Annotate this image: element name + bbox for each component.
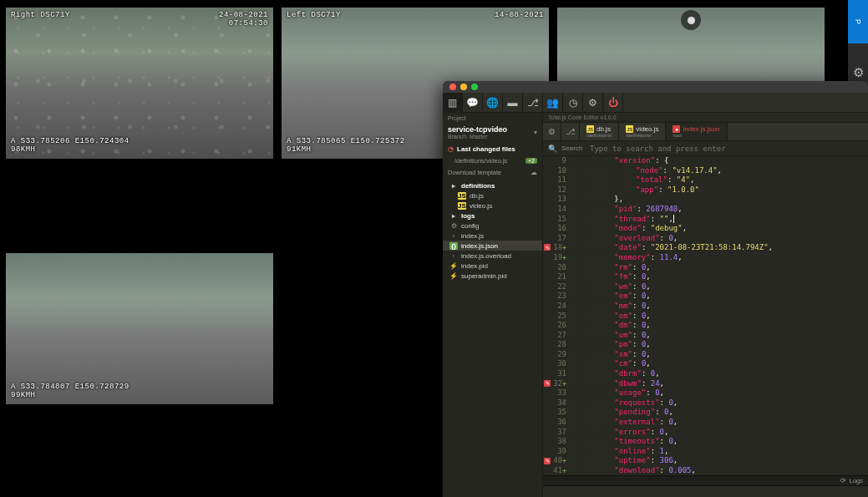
logs-link[interactable]: Logs — [850, 477, 863, 484]
folder-logs[interactable]: ▸logs — [443, 210, 542, 221]
gear-icon[interactable]: ⚙ — [853, 65, 864, 80]
cam-datetime: 14-08-2021 — [495, 11, 544, 19]
cam-label: Right DSC71Y — [11, 11, 70, 19]
line-gutter: 9101112131415161718+19+20212223242526272… — [551, 156, 570, 475]
clock-icon: ◔ — [448, 145, 454, 153]
project-name: service-tcpvideo — [448, 125, 507, 134]
file-video.js[interactable]: JSvideo.js — [443, 200, 542, 210]
file-config[interactable]: ⚙config — [443, 221, 542, 231]
folder-icon: ▸ — [449, 212, 458, 220]
status-bar: ⟳ Logs — [543, 475, 868, 485]
tree-item-label: index.pid — [461, 262, 488, 270]
file-path: /definitions/video.js — [454, 157, 507, 165]
tab-sublabel: root — [673, 133, 719, 138]
last-changed-header[interactable]: ◔ Last changed files — [443, 143, 542, 155]
tab-bar: ⚙ ⎇ JSdb.js/definitions/JSvideo.js/defin… — [543, 123, 868, 141]
file-index.js.json[interactable]: {}index.js.json — [443, 241, 542, 251]
chat-icon[interactable]: 💬 — [463, 93, 483, 113]
settings-icon[interactable]: ⚙ — [583, 93, 603, 113]
tab-db.js[interactable]: JSdb.js/definitions/ — [580, 123, 619, 140]
cam-label: Left DSC71Y — [287, 11, 341, 19]
tree-item-label: db.js — [470, 192, 484, 200]
tree-item-label: config — [461, 222, 479, 230]
js-icon: JS — [626, 125, 633, 133]
file-index.js.overload[interactable]: ▫index.js.overload — [443, 251, 542, 261]
cam-datetime: 24-08-2021 07:54:30 — [219, 11, 268, 28]
book-icon[interactable]: ▬ — [503, 93, 523, 113]
sidebar: Project service-tcpvideo Branch: Master … — [443, 113, 543, 497]
project-header[interactable]: service-tcpvideo Branch: Master ▾ — [443, 122, 542, 143]
editor-main: Total.js Code Editor v1.6.0 ⚙ ⎇ JSdb.js/… — [543, 113, 868, 497]
diff-badge: +2 — [525, 158, 537, 164]
file-superadmin.pid[interactable]: ⚡superadmin.pid — [443, 271, 542, 281]
modified-icon: ● — [673, 125, 680, 133]
js-icon: JS — [458, 192, 466, 200]
bolt-icon: ⚡ — [449, 262, 458, 270]
record-icon[interactable] — [681, 10, 701, 30]
search-bar: 🔍 Search — [543, 141, 868, 156]
window-titlebar[interactable] — [443, 81, 868, 93]
clock-icon[interactable]: ◷ — [563, 93, 583, 113]
cam-coords: A S33.784807 E150.728729 99KMH — [11, 383, 129, 399]
folder-definitions[interactable]: ▸definitions — [443, 180, 542, 190]
js-icon: JS — [586, 125, 594, 133]
last-changed-file[interactable]: /definitions/video.js +2 — [443, 155, 542, 166]
brand-text: Total.js Code Editor v1.6.0 — [548, 114, 617, 120]
js-icon: JS — [458, 202, 466, 210]
tree-item-label: superadmin.pid — [461, 272, 507, 280]
folder-icon: ▸ — [449, 182, 458, 190]
users-icon[interactable]: 👥 — [543, 93, 563, 113]
editor-window: ▥ 💬 🌐 ▬ ⎇ 👥 ◷ ⚙ ⏻ Project service-tcpvid… — [443, 81, 868, 497]
minimize-icon[interactable] — [460, 84, 467, 90]
change-marker[interactable]: ✎ — [544, 380, 551, 387]
code-area[interactable]: ✎✎✎ 9101112131415161718+19+2021222324252… — [543, 156, 868, 475]
search-input[interactable] — [590, 145, 868, 153]
branch-label: Branch: Master — [448, 134, 507, 139]
json-icon: {} — [449, 242, 458, 250]
power-icon[interactable]: ⏻ — [603, 93, 623, 113]
tree-item-label: logs — [461, 212, 475, 220]
file-icon: ▫ — [449, 252, 458, 260]
tab-sublabel: /definitions/ — [586, 133, 612, 138]
tab-video.js[interactable]: JSvideo.js/definitions/ — [619, 123, 666, 140]
bottom-bar — [543, 485, 868, 497]
cam-coords: A S33.785206 E150.724304 98KMH — [11, 137, 129, 154]
chevron-down-icon[interactable]: ▾ — [534, 129, 537, 136]
change-marker[interactable]: ✎ — [544, 244, 551, 251]
refresh-icon[interactable]: ⟳ — [840, 477, 846, 484]
editor-brand-bar: Total.js Code Editor v1.6.0 — [543, 113, 868, 123]
close-icon[interactable] — [449, 84, 456, 90]
file-icon: ▫ — [449, 232, 458, 240]
sidebar-toggle-icon[interactable]: ▥ — [443, 93, 463, 113]
tab-label: video.js — [636, 125, 658, 133]
change-marker[interactable]: ✎ — [544, 458, 551, 464]
project-label: Project — [443, 113, 542, 122]
download-template[interactable]: Download template ☁ — [443, 166, 542, 179]
search-label: Search — [561, 145, 590, 152]
file-index.js[interactable]: ▫index.js — [443, 231, 542, 241]
search-icon[interactable]: 🔍 — [543, 145, 561, 153]
video-tile-right[interactable]: Right DSC71Y 24-08-2021 07:54:30 A S33.7… — [6, 8, 273, 159]
tree-item-label: definitions — [461, 182, 495, 190]
toolbar: ▥ 💬 🌐 ▬ ⎇ 👥 ◷ ⚙ ⏻ — [443, 93, 868, 113]
file-index.pid[interactable]: ⚡index.pid — [443, 261, 542, 271]
bolt-icon: ⚡ — [449, 272, 458, 280]
code-content[interactable]: · · · · "version": {· · · · · · "node": … — [570, 156, 868, 475]
branch-icon[interactable]: ⎇ — [523, 93, 543, 113]
side-tab[interactable]: P — [848, 0, 868, 43]
file-tree: ▸definitionsJSdb.jsJSvideo.js▸logs⚙confi… — [443, 179, 542, 497]
globe-icon[interactable]: 🌐 — [483, 93, 503, 113]
cloud-download-icon: ☁ — [530, 169, 537, 176]
tab-sublabel: /definitions/ — [626, 133, 658, 138]
tab-branch-icon[interactable]: ⎇ — [561, 123, 580, 140]
tab-settings-icon[interactable]: ⚙ — [543, 123, 561, 140]
zoom-icon[interactable] — [471, 84, 478, 90]
tab-index.js.json[interactable]: ●index.js.jsonroot — [666, 123, 727, 140]
tree-item-label: video.js — [470, 202, 492, 210]
cam-coords: A S33.785065 E150.725372 91KMH — [287, 137, 405, 154]
tab-label: index.js.json — [683, 125, 719, 133]
file-db.js[interactable]: JSdb.js — [443, 190, 542, 200]
tree-item-label: index.js — [461, 232, 484, 240]
video-tile-4[interactable]: A S33.784807 E150.728729 99KMH — [6, 253, 273, 404]
tree-item-label: index.js.json — [461, 242, 498, 250]
